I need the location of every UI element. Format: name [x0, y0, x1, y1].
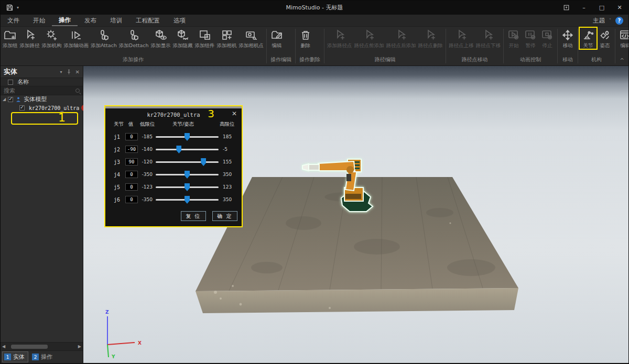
search-input[interactable]: 搜索	[1, 86, 83, 95]
j4-slider[interactable]	[156, 170, 219, 179]
panel-close-icon[interactable]: ✕	[75, 69, 80, 75]
j1-value-input[interactable]: 0	[125, 133, 138, 140]
add-group-button[interactable]: 添加组	[2, 28, 19, 49]
dialog-close-icon[interactable]: ✕	[232, 111, 237, 117]
group-label-path-edit: 路径编辑	[326, 55, 444, 65]
move-path-point-down-button[interactable]: 路径点下移	[475, 28, 502, 49]
add-component-button[interactable]: 添加组件	[194, 28, 216, 49]
add-hide-button[interactable]: 添加隐藏	[172, 28, 194, 49]
menu-training[interactable]: 培训	[103, 15, 129, 26]
panel-dropdown-icon[interactable]: ▾	[60, 70, 62, 74]
j6-value-input[interactable]: 0	[125, 196, 138, 203]
j4-value-input[interactable]: 0	[125, 171, 138, 178]
ribbon-separator	[578, 29, 578, 63]
move-button[interactable]: 移动	[559, 28, 576, 49]
ok-button[interactable]: 确 定	[212, 211, 237, 221]
ribbon-separator	[266, 29, 267, 63]
close-button[interactable]: ✕	[611, 1, 628, 15]
joint-row-j5: j5 0 -123 123	[105, 181, 242, 193]
joint-button[interactable]: 关节	[580, 28, 597, 49]
group-label-add-operations: 添加操作	[2, 55, 265, 65]
theme-selector[interactable]: 主题	[593, 17, 605, 25]
ribbon-collapse-icon[interactable]: ^	[620, 58, 624, 63]
j1-slider[interactable]	[156, 133, 219, 141]
entity-tree: ◢ 实体模型 kr270r2700_ultra <<<	[1, 95, 83, 113]
group-label-operation-delete: 操作删除	[297, 55, 322, 65]
dialog-title: kr270r2700_ultra	[105, 112, 242, 118]
viewport-3d[interactable]: Z X Y kr270r2700_ultra 3 ✕ 关节 值 低限位 关节/姿…	[83, 66, 628, 363]
scroll-track[interactable]	[7, 345, 77, 349]
j2-slider-thumb[interactable]	[176, 146, 181, 153]
j5-slider[interactable]	[156, 183, 219, 191]
scroll-right-icon[interactable]: ▶	[78, 344, 81, 349]
add-axis-animation-button[interactable]: 添加轴动画	[63, 28, 90, 49]
insert-path-point-after-button[interactable]: 路径点后添加	[385, 28, 417, 49]
reset-button[interactable]: 复 位	[181, 211, 206, 221]
robot-checkbox[interactable]	[19, 105, 25, 111]
robot-tool	[302, 164, 309, 171]
j4-slider-thumb[interactable]	[185, 171, 190, 179]
edit-operation-button[interactable]: 编辑	[268, 28, 285, 49]
j3-value-input[interactable]: 90	[125, 158, 138, 166]
add-camera-button[interactable]: 添加相机	[216, 28, 238, 49]
menu-operation[interactable]: 操作	[52, 15, 78, 26]
j1-slider-thumb[interactable]	[185, 133, 190, 141]
add-path-button[interactable]: 添加路径	[19, 28, 41, 49]
panel-tabs: 1 实体 2 操作	[1, 350, 83, 363]
j2-slider[interactable]	[156, 145, 219, 153]
tab-operation[interactable]: 2 操作	[30, 352, 56, 362]
menu-project-config[interactable]: 工程配置	[129, 15, 167, 26]
y-axis-label: Y	[111, 354, 115, 359]
joint-row-j2: j2 -90 -140 -5	[105, 143, 242, 156]
menu-start[interactable]: 开始	[26, 15, 52, 26]
tab-entity[interactable]: 1 实体	[2, 351, 28, 362]
ribbon-group-path-point-move: 路径点上移 路径点下移 路径点移动	[447, 27, 503, 65]
minimize-button[interactable]: –	[575, 1, 593, 15]
pause-button[interactable]: 暂停	[522, 28, 539, 49]
tree-item-robot[interactable]: kr270r2700_ultra <<<	[1, 103, 83, 113]
pose-button[interactable]: 姿态	[597, 28, 613, 49]
add-path-point-button[interactable]: 添加路径点	[326, 28, 353, 49]
add-dettach-button[interactable]: 添加Dettach	[118, 28, 150, 49]
quick-access-dropdown-icon[interactable]: ▾	[17, 6, 19, 10]
j2-value-input[interactable]: -90	[125, 146, 138, 153]
move-path-point-down-icon	[482, 29, 494, 41]
j6-slider-thumb[interactable]	[185, 196, 190, 204]
save-icon[interactable]	[6, 4, 14, 12]
j3-slider-thumb[interactable]	[201, 158, 206, 166]
add-mechanism-icon	[46, 29, 58, 41]
ribbon-display-options-button[interactable]	[557, 1, 575, 15]
entity-models-checkbox[interactable]	[8, 97, 13, 102]
add-group-icon	[4, 29, 16, 41]
add-mechanism-button[interactable]: 添加机构	[41, 28, 63, 49]
add-camera-point-button[interactable]: 添加相机点	[238, 28, 265, 49]
j5-value-input[interactable]: 0	[125, 183, 138, 191]
help-button[interactable]: ?	[615, 17, 623, 25]
group-label-animation-control: 动画控制	[505, 55, 556, 65]
j3-slider[interactable]	[156, 158, 219, 166]
theme-dropdown-icon[interactable]: ˅	[609, 18, 611, 23]
menu-file[interactable]: 文件	[1, 15, 26, 26]
delete-operation-button[interactable]: 删除	[297, 28, 314, 49]
stop-button[interactable]: 停止	[539, 28, 556, 49]
j6-slider[interactable]	[156, 195, 219, 204]
scroll-thumb[interactable]	[11, 345, 48, 349]
expand-caret-icon[interactable]: ◢	[3, 97, 6, 102]
add-show-button[interactable]: 添加显示	[150, 28, 172, 49]
dialog-grip[interactable]	[105, 106, 242, 108]
j5-slider-thumb[interactable]	[185, 183, 190, 191]
maximize-button[interactable]: □	[593, 1, 611, 15]
script-edit-button[interactable]: 编辑	[617, 28, 628, 49]
menu-publish[interactable]: 发布	[78, 15, 103, 26]
panel-scrollbar[interactable]: ◀ ▶	[1, 342, 83, 350]
add-attach-button[interactable]: 添加Attach	[90, 28, 118, 49]
insert-path-point-before-button[interactable]: 路径点前添加	[353, 28, 385, 49]
pin-icon[interactable]	[66, 69, 72, 75]
move-path-point-up-button[interactable]: 路径点上移	[448, 28, 475, 49]
name-filter-checkbox[interactable]	[8, 80, 13, 85]
start-button[interactable]: 开始	[505, 28, 522, 49]
tree-item-entity-models[interactable]: ◢ 实体模型	[1, 95, 83, 103]
menu-options[interactable]: 选项	[167, 15, 192, 26]
delete-path-point-button[interactable]: 路径点删除	[417, 28, 444, 49]
scroll-left-icon[interactable]: ◀	[2, 344, 5, 349]
